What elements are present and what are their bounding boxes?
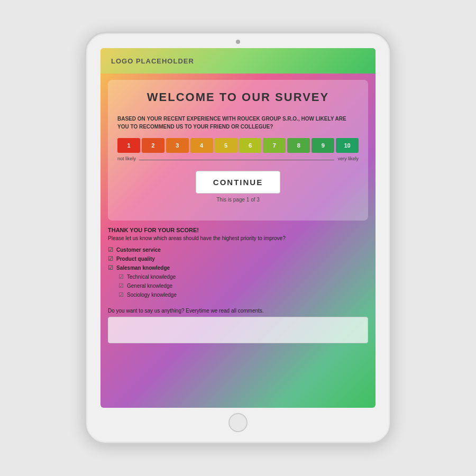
continue-button[interactable]: CONTINUE [196,171,280,194]
tablet-device: LOGO PLACEHOLDER WELCOME TO OUR SURVEY B… [85,32,391,444]
checkbox-item[interactable]: ☑General knowledge [108,282,368,289]
checkbox-item[interactable]: ☑Salesman knowledge [108,264,368,271]
checkbox-label: Technical knowledge [127,274,176,280]
logo-placeholder: LOGO PLACEHOLDER [111,57,194,65]
rating-btn-9[interactable]: 9 [312,138,334,153]
very-likely-label: very likely [337,156,359,161]
checkbox-label: Product quality [116,256,155,262]
rating-btn-5[interactable]: 5 [215,138,237,153]
checkbox-icon: ☑ [118,291,124,298]
survey-title: WELCOME TO OUR SURVEY [117,90,359,104]
rating-btn-4[interactable]: 4 [190,138,213,153]
checkbox-label: Sociology knowledge [127,292,177,298]
camera-icon [236,40,240,44]
rating-btn-7[interactable]: 7 [263,138,286,153]
rating-labels: not likely very likely [117,156,359,161]
comment-textarea[interactable] [108,317,368,343]
rating-btn-2[interactable]: 2 [142,138,164,153]
thank-you-title: THANK YOU FOR YOUR SCORE! [108,227,368,233]
checkbox-label: General knowledge [127,283,172,289]
rating-btn-1[interactable]: 1 [117,138,140,153]
checkbox-label: Customer service [116,247,161,253]
rating-btn-3[interactable]: 3 [166,138,189,153]
comment-label: Do you want to say us anything? Everytim… [108,308,368,314]
page-indicator: This is page 1 of 3 [117,197,359,203]
checkbox-item[interactable]: ☑Sociology knowledge [108,291,368,298]
checkbox-icon: ☑ [118,273,124,280]
tablet-screen: LOGO PLACEHOLDER WELCOME TO OUR SURVEY B… [100,48,376,408]
checkbox-label: Salesman knowledge [116,265,170,271]
rating-line-separator [139,160,334,160]
rating-scale: 12345678910 [117,138,359,153]
rating-btn-6[interactable]: 6 [239,138,262,153]
checkbox-item[interactable]: ☑Technical knowledge [108,273,368,280]
not-likely-label: not likely [117,156,136,161]
checkbox-icon: ☑ [108,246,113,253]
survey-question: BASED ON YOUR RECENT EXPERIENCE WITH ROU… [117,115,359,131]
survey-card: WELCOME TO OUR SURVEY BASED ON YOUR RECE… [108,80,368,221]
rating-btn-10[interactable]: 10 [336,138,359,153]
screen-content: LOGO PLACEHOLDER WELCOME TO OUR SURVEY B… [100,48,376,408]
priority-question: Please let us know which areas should ha… [108,235,368,241]
header-section: LOGO PLACEHOLDER [100,48,376,74]
checkbox-list: ☑Customer service☑Product quality☑Salesm… [108,246,368,298]
checkbox-item[interactable]: ☑Product quality [108,255,368,262]
checkbox-icon: ☑ [108,255,113,262]
comment-section: Do you want to say us anything? Everytim… [100,308,376,353]
thank-you-section: THANK YOU FOR YOUR SCORE! Please let us … [100,227,376,308]
checkbox-icon: ☑ [108,264,113,271]
checkbox-item[interactable]: ☑Customer service [108,246,368,253]
rating-btn-8[interactable]: 8 [287,138,310,153]
home-button[interactable] [228,413,248,432]
checkbox-icon: ☑ [118,282,124,289]
